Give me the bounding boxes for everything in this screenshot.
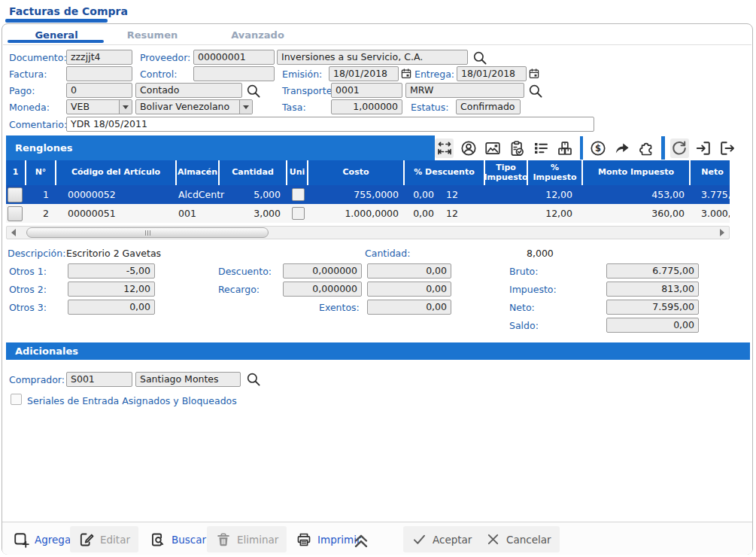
row-cell xyxy=(287,185,308,204)
comprador-search-icon[interactable] xyxy=(245,371,262,388)
column-header-descuento[interactable]: % Descuento xyxy=(405,160,485,185)
proveedor-search-icon[interactable] xyxy=(472,50,488,66)
comentario-field[interactable]: YDR 18/05/2011 xyxy=(66,117,594,132)
transporte-name-field[interactable]: MRW xyxy=(405,83,524,98)
export-icon[interactable] xyxy=(718,138,737,158)
row-selector[interactable] xyxy=(8,187,23,202)
control-field[interactable] xyxy=(193,66,275,81)
scroll-left-icon[interactable] xyxy=(8,227,20,239)
refresh-icon[interactable] xyxy=(670,138,689,158)
emision-calendar-icon[interactable] xyxy=(399,66,413,81)
horizontal-scrollbar[interactable] xyxy=(6,226,730,239)
descripcion-label: Descripción: xyxy=(8,248,65,259)
comprador-name-field[interactable]: Santiago Montes xyxy=(135,372,241,387)
chevron-down-icon[interactable] xyxy=(239,100,252,114)
descuento-pct-field[interactable]: 0,000000 xyxy=(283,263,362,278)
otros3-field[interactable]: 0,00 xyxy=(68,300,155,315)
list-icon[interactable] xyxy=(531,138,550,158)
cell-pct-impuesto: 12,00 xyxy=(528,204,583,223)
collapse-actions-icon[interactable] xyxy=(349,526,373,552)
aceptar-button[interactable]: Aceptar xyxy=(403,526,480,552)
packages-icon[interactable] xyxy=(556,138,575,158)
active-tab-underline xyxy=(8,40,104,43)
cancelar-button[interactable]: Cancelar xyxy=(477,526,560,552)
row-cell xyxy=(287,204,308,223)
facturas-de-compra-window: Facturas de Compra General Resumen Avanz… xyxy=(0,0,756,557)
tab-general[interactable]: General xyxy=(23,29,90,41)
editar-button[interactable]: Editar xyxy=(70,526,138,552)
column-header-numero[interactable]: N° xyxy=(26,160,56,185)
fit-columns-icon[interactable] xyxy=(435,138,454,158)
scroll-right-icon[interactable] xyxy=(716,227,728,239)
factura-field[interactable] xyxy=(66,66,132,81)
proveedor-code-field[interactable]: 00000001 xyxy=(193,50,275,65)
column-header-almacen[interactable]: Almacén xyxy=(177,160,220,185)
clipboard-check-icon[interactable] xyxy=(507,138,526,158)
pago-name-field[interactable]: Contado xyxy=(135,83,242,98)
table-row[interactable]: 2 00000051 001 3,000 1.000,0000 0,00 12 … xyxy=(6,204,730,223)
recargo-monto-field[interactable]: 0,00 xyxy=(367,282,451,297)
moneda-code-value: VEB xyxy=(67,100,119,114)
uni-checkbox[interactable] xyxy=(292,188,305,201)
table-row[interactable]: 1 00000052 AlcdCentr 5,000 755,0000 0,00… xyxy=(6,185,730,204)
emision-label: Emisión: xyxy=(282,68,322,80)
descuento-monto-field[interactable]: 0,00 xyxy=(367,263,451,278)
moneda-label: Moneda: xyxy=(9,102,50,113)
exentos-field[interactable]: 0,00 xyxy=(367,300,451,315)
column-header-costo[interactable]: Costo xyxy=(308,160,405,185)
eliminar-label: Eliminar xyxy=(237,534,278,546)
cell-neto: 3.775,00 xyxy=(691,185,730,204)
column-header-neto[interactable]: Neto xyxy=(691,160,730,185)
page-title: Facturas de Compra xyxy=(9,5,128,17)
pago-code-field[interactable]: 0 xyxy=(66,83,132,98)
column-header-monto-impuesto[interactable]: Monto Impuesto xyxy=(583,160,691,185)
proveedor-label: Proveedor: xyxy=(140,52,190,63)
tasa-field[interactable]: 1,000000 xyxy=(331,99,402,114)
currency-dollar-icon[interactable]: $ xyxy=(588,138,607,158)
eliminar-button[interactable]: Eliminar xyxy=(207,526,287,552)
transporte-search-icon[interactable] xyxy=(527,83,544,99)
tab-avanzado[interactable]: Avanzado xyxy=(222,29,293,41)
column-header-tipo-impuesto[interactable]: Tipo Impuesto xyxy=(485,160,528,185)
scrollbar-thumb[interactable] xyxy=(26,227,269,238)
uni-checkbox[interactable] xyxy=(292,207,305,220)
tab-separator xyxy=(3,44,751,45)
buscar-button[interactable]: Buscar xyxy=(141,526,214,552)
page-title-underline xyxy=(5,19,108,23)
row-selector[interactable] xyxy=(8,206,23,221)
estatus-field[interactable]: Confirmado xyxy=(456,99,521,114)
user-icon[interactable] xyxy=(459,138,478,158)
renglones-toolbar: $ xyxy=(435,135,737,160)
entrega-calendar-icon[interactable] xyxy=(527,66,541,81)
column-header-uni[interactable]: Uni xyxy=(287,160,308,185)
chevron-down-icon[interactable] xyxy=(119,100,132,114)
column-header-selector[interactable]: 1 xyxy=(6,160,26,185)
column-header-codigo[interactable]: Código del Artículo xyxy=(56,160,177,185)
transporte-code-field[interactable]: 0001 xyxy=(331,83,402,98)
svg-text:$: $ xyxy=(595,143,601,154)
pago-search-icon[interactable] xyxy=(245,83,262,99)
proveedor-name-field[interactable]: Inversiones a su Servicio, C.A. xyxy=(277,50,468,65)
neto-label: Neto: xyxy=(509,302,535,313)
moneda-name-select[interactable]: Bolivar Venezolano xyxy=(135,99,253,114)
cantidad-value: 8,000 xyxy=(527,248,554,259)
saldo-field: 0,00 xyxy=(606,318,699,333)
comprador-code-field[interactable]: S001 xyxy=(66,372,132,387)
puzzle-icon[interactable] xyxy=(637,138,656,158)
emision-date-field[interactable]: 18/01/2018 xyxy=(329,66,399,81)
column-header-pct-impuesto[interactable]: % Impuesto xyxy=(528,160,583,185)
otros1-field[interactable]: -5,00 xyxy=(68,263,155,278)
documento-field[interactable]: zzzjjt4 xyxy=(66,50,132,65)
seriales-checkbox[interactable] xyxy=(11,394,22,405)
entrega-date-field[interactable]: 18/01/2018 xyxy=(457,66,527,81)
cell-almacen: 001 xyxy=(177,204,220,223)
image-icon[interactable] xyxy=(483,138,502,158)
recargo-pct-field[interactable]: 0,000000 xyxy=(283,282,362,297)
import-icon[interactable] xyxy=(694,138,713,158)
tab-resumen[interactable]: Resumen xyxy=(117,29,188,41)
otros2-field[interactable]: 12,00 xyxy=(68,282,155,297)
column-header-cantidad[interactable]: Cantidad xyxy=(220,160,287,185)
forward-arrow-icon[interactable] xyxy=(613,138,632,158)
moneda-code-select[interactable]: VEB xyxy=(66,99,132,114)
pago-label: Pago: xyxy=(9,85,35,96)
